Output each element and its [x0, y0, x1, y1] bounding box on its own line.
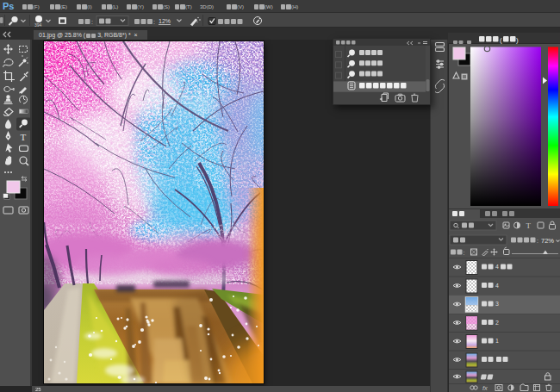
svg-text:2: 2	[495, 320, 499, 326]
svg-text::: :	[464, 250, 465, 256]
svg-text:fx: fx	[482, 384, 488, 392]
svg-text::: :	[91, 19, 93, 25]
svg-text::: :	[537, 238, 538, 244]
svg-text:4: 4	[495, 283, 499, 289]
svg-text:72%: 72%	[541, 237, 554, 245]
svg-text:T: T	[21, 132, 27, 142]
svg-text:1: 1	[495, 338, 499, 344]
svg-text:): )	[516, 36, 519, 44]
svg-text:T: T	[526, 221, 532, 230]
svg-text:12%: 12%	[159, 18, 171, 24]
svg-text::: :	[153, 19, 155, 25]
svg-text:394: 394	[34, 22, 42, 28]
svg-text:3: 3	[495, 301, 499, 307]
svg-text:(: (	[500, 36, 502, 44]
svg-text:4: 4	[495, 264, 499, 270]
